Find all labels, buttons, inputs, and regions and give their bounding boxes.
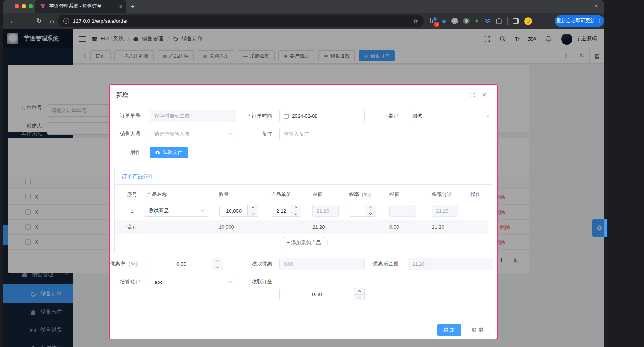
discount-amount-input: 0.00	[279, 258, 365, 270]
home-icon[interactable]: ⌂	[45, 17, 59, 25]
modal-title: 新增	[116, 91, 128, 99]
stepper-controls[interactable]	[354, 288, 364, 300]
kebab-menu-icon[interactable]: ⋮	[597, 18, 602, 24]
salesperson-select[interactable]: 请选择销售人员	[150, 128, 236, 140]
tax-rate-stepper[interactable]	[349, 205, 376, 217]
col-price: 产品单价	[266, 191, 307, 198]
stepper-controls[interactable]	[290, 205, 301, 216]
col-product: 产品名称	[142, 191, 214, 198]
modal-fullscreen-icon[interactable]	[469, 92, 475, 98]
row-index: 1	[122, 208, 142, 214]
chrome-update-label: 重新启动即可更新	[557, 18, 595, 24]
modal-close-icon[interactable]: ✕	[481, 91, 488, 97]
order-time-label: *订单时间	[237, 110, 277, 122]
modal-footer: 确 定 取 消	[110, 320, 497, 339]
calendar-icon	[284, 114, 289, 119]
chevron-down-icon	[228, 279, 232, 283]
browser-toolbar: ← → ↻ ⌂ i 127.0.0.1/erp/sale/order ☆ 6 ◆…	[3, 13, 604, 29]
toolbar-divider	[507, 17, 508, 25]
price-stepper[interactable]: 2.12	[272, 205, 301, 217]
order-no-label: 订单单号	[110, 110, 145, 122]
reload-icon[interactable]: ↻	[32, 17, 45, 25]
deposit-stepper[interactable]: 0.00	[279, 288, 365, 300]
items-table-totals: 合计 10.000 21.20 0.00 21.20	[115, 220, 488, 234]
extension-stats-icon[interactable]: 6	[430, 18, 437, 25]
tab-close-icon[interactable]: ×	[119, 3, 122, 10]
col-no: 序号	[122, 191, 142, 198]
order-items-card: 订单产品清单 序号 产品名称 数量 产品单价 金额 税率（%） 税额 税额合计 …	[114, 168, 493, 254]
traffic-zoom-button[interactable]	[29, 4, 33, 8]
chevron-down-icon	[486, 113, 490, 117]
confirm-button[interactable]: 确 定	[437, 324, 461, 336]
deposit-label: 收取订金	[237, 276, 277, 288]
favicon	[40, 3, 46, 9]
cancel-button[interactable]: 取 消	[466, 324, 489, 336]
extension-wheel-icon[interactable]: ✳	[451, 18, 458, 24]
col-tax: 税额	[384, 191, 427, 198]
back-icon[interactable]: ←	[6, 17, 19, 25]
discount-rate-stepper[interactable]: 0.00	[150, 258, 223, 270]
amount-input: 21.20	[312, 205, 339, 217]
screen: 芋道管理系统 - 销售订单 × + ▼ ← → ↻ ⌂ i 127.0.0.1/…	[0, 0, 644, 347]
col-tax-total: 税额合计	[427, 191, 463, 198]
qty-stepper[interactable]: 10.000	[219, 205, 258, 217]
new-tab-icon[interactable]: +	[131, 3, 135, 10]
stepper-up-icon	[251, 206, 254, 210]
stepper-down-icon	[357, 295, 361, 298]
extension-circle-icon[interactable]	[463, 18, 470, 24]
stepper-up-icon	[216, 260, 219, 263]
chrome-update-button[interactable]: 重新启动即可更新 ⋮	[555, 15, 604, 27]
traffic-minimize-button[interactable]	[22, 4, 26, 8]
extension-star-icon[interactable]: ✶	[475, 18, 480, 25]
discount-amount-label: 收款优惠	[237, 258, 277, 270]
order-time-picker[interactable]: 2024-02-08	[279, 110, 365, 122]
extension-icons: 6 ◆ ✳ ✶ ☺	[430, 13, 532, 29]
tax-amount-input	[389, 205, 416, 217]
new-order-modal: 新增 ✕ 订单单号 保存时自动生成 *订单时间 2024-02-08 *客户 测…	[109, 84, 498, 339]
stepper-down-icon	[369, 211, 372, 215]
items-tab[interactable]: 订单产品清单	[122, 173, 154, 180]
extensions-puzzle-icon[interactable]	[496, 18, 502, 24]
customer-label: *客户	[362, 110, 403, 122]
upload-file-button[interactable]: 选取文件	[150, 147, 188, 158]
items-table-header: 序号 产品名称 数量 产品单价 金额 税率（%） 税额 税额合计 操作	[122, 188, 488, 201]
url-bar[interactable]: i 127.0.0.1/erp/sale/order ☆	[58, 15, 424, 27]
traffic-close-button[interactable]	[15, 4, 19, 8]
account-label: 结算账户	[110, 276, 145, 288]
row-op-dash: —	[463, 208, 488, 214]
account-select[interactable]: abc	[150, 276, 236, 288]
chevron-down-icon	[201, 208, 205, 211]
stepper-up-icon	[357, 290, 361, 293]
site-info-icon[interactable]: i	[63, 18, 69, 24]
add-product-button[interactable]: + 添加采购产品	[280, 237, 328, 248]
stepper-controls[interactable]	[212, 258, 223, 270]
stepper-controls[interactable]	[247, 205, 258, 216]
extension-drop-icon[interactable]: ◆	[442, 18, 446, 25]
after-discount-label: 优惠后金额	[362, 258, 403, 270]
totals-tax-total: 21.20	[427, 224, 463, 230]
col-op: 操作	[463, 191, 488, 198]
order-no-input[interactable]: 保存时自动生成	[150, 110, 236, 122]
stepper-down-icon	[294, 211, 297, 215]
totals-amount: 21.20	[307, 224, 344, 230]
forward-icon[interactable]: →	[19, 17, 32, 25]
stepper-down-icon	[216, 265, 219, 268]
stepper-controls[interactable]	[365, 205, 376, 216]
attachment-label: 附件	[110, 146, 145, 159]
product-select[interactable]: 测试商品	[144, 205, 208, 217]
browser-tab[interactable]: 芋道管理系统 - 销售订单 ×	[35, 0, 126, 13]
extension-chevrons-icon[interactable]	[484, 18, 491, 24]
remark-input[interactable]: 请输入备注	[279, 128, 493, 140]
customer-select[interactable]: 测试	[408, 110, 493, 122]
tab-search-chevron-icon[interactable]: ▼	[594, 3, 599, 8]
profile-avatar[interactable]: ☺	[524, 17, 532, 25]
extension-badge: 6	[434, 22, 439, 27]
col-qty: 数量	[214, 191, 266, 198]
required-asterisk: *	[248, 113, 250, 119]
chevron-down-icon	[228, 131, 232, 135]
side-panel-icon[interactable]	[513, 18, 519, 24]
bookmark-star-icon[interactable]: ☆	[413, 18, 418, 25]
tax-total-input: 21.20	[432, 205, 458, 217]
col-tax-rate: 税率（%）	[344, 191, 384, 198]
totals-tax: 0.00	[384, 224, 427, 230]
